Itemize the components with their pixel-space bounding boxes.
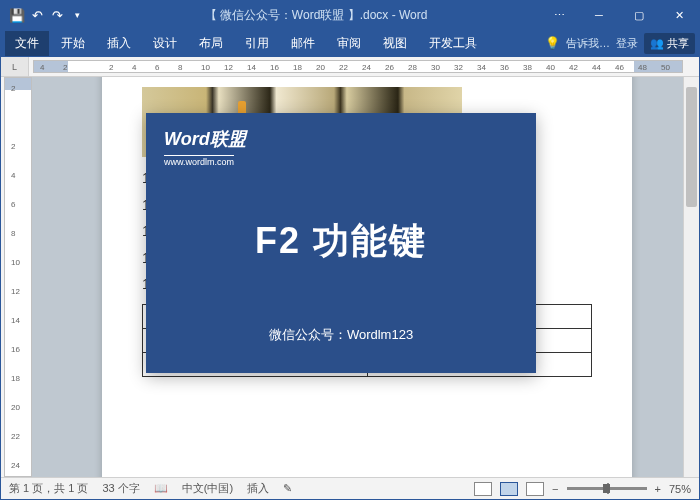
zoom-in-button[interactable]: + [655,483,661,495]
tab-review[interactable]: 审阅 [327,31,371,56]
maximize-button[interactable]: ▢ [619,1,659,29]
ribbon-tabs: 文件 开始 插入 设计 布局 引用 邮件 审阅 视图 开发工具 💡 告诉我… 登… [1,29,699,57]
minimize-button[interactable]: ─ [579,1,619,29]
overlay-title: F2 功能键 [164,217,518,266]
status-word-count[interactable]: 33 个字 [102,481,139,496]
ruler-area: L 42246810121416182022242628303234363840… [1,57,699,77]
close-button[interactable]: ✕ [659,1,699,29]
ribbon-options-icon[interactable]: ⋯ [539,1,579,29]
tab-insert[interactable]: 插入 [97,31,141,56]
save-icon[interactable]: 💾 [9,7,25,23]
overlay-logo: Word联盟 [164,127,518,151]
tab-home[interactable]: 开始 [51,31,95,56]
status-insert-mode[interactable]: 插入 [247,481,269,496]
tab-file[interactable]: 文件 [5,31,49,56]
tell-me[interactable]: 告诉我… [566,36,610,51]
tab-mailings[interactable]: 邮件 [281,31,325,56]
tab-references[interactable]: 引用 [235,31,279,56]
window-controls: ⋯ ─ ▢ ✕ [539,1,699,29]
tab-design[interactable]: 设计 [143,31,187,56]
proofing-icon[interactable]: 📖 [154,482,168,495]
view-web-layout[interactable] [526,482,544,496]
zoom-out-button[interactable]: − [552,483,558,495]
zoom-slider[interactable] [567,487,647,490]
quick-access-toolbar: 💾 ↶ ↷ ▾ [1,7,93,23]
zoom-slider-knob[interactable] [603,484,610,493]
view-read-mode[interactable] [474,482,492,496]
title-bar: 💾 ↶ ↷ ▾ 【 微信公众号：Word联盟 】.docx - Word ⋯ ─… [1,1,699,29]
share-button[interactable]: 👥共享 [644,33,695,54]
tab-developer[interactable]: 开发工具 [419,31,487,56]
login-link[interactable]: 登录 [616,36,638,51]
vertical-scrollbar[interactable] [683,77,699,477]
window-title: 【 微信公众号：Word联盟 】.docx - Word [93,7,539,24]
tell-me-icon[interactable]: 💡 [545,36,560,50]
track-changes-icon[interactable]: ✎ [283,482,292,495]
status-page[interactable]: 第 1 页，共 1 页 [9,481,88,496]
overlay-splash: Word联盟 www.wordlm.com F2 功能键 微信公众号：Wordl… [146,113,536,373]
horizontal-ruler[interactable]: 4224681012141618202224262830323436384042… [33,60,683,73]
scrollbar-thumb[interactable] [686,87,697,207]
status-bar: 第 1 页，共 1 页 33 个字 📖 中文(中国) 插入 ✎ − + 75% [1,477,699,499]
share-label: 共享 [667,36,689,51]
vertical-ruler[interactable]: 224681012141618202224 [4,77,32,477]
view-print-layout[interactable] [500,482,518,496]
overlay-logo-sub: www.wordlm.com [164,155,234,167]
qat-dropdown-icon[interactable]: ▾ [69,7,85,23]
overlay-footer: 微信公众号：Wordlm123 [164,326,518,344]
share-icon: 👥 [650,37,664,50]
tab-view[interactable]: 视图 [373,31,417,56]
tab-layout[interactable]: 布局 [189,31,233,56]
redo-icon[interactable]: ↷ [49,7,65,23]
undo-icon[interactable]: ↶ [29,7,45,23]
zoom-level[interactable]: 75% [669,483,691,495]
ruler-corner[interactable]: L [1,57,29,76]
status-language[interactable]: 中文(中国) [182,481,233,496]
